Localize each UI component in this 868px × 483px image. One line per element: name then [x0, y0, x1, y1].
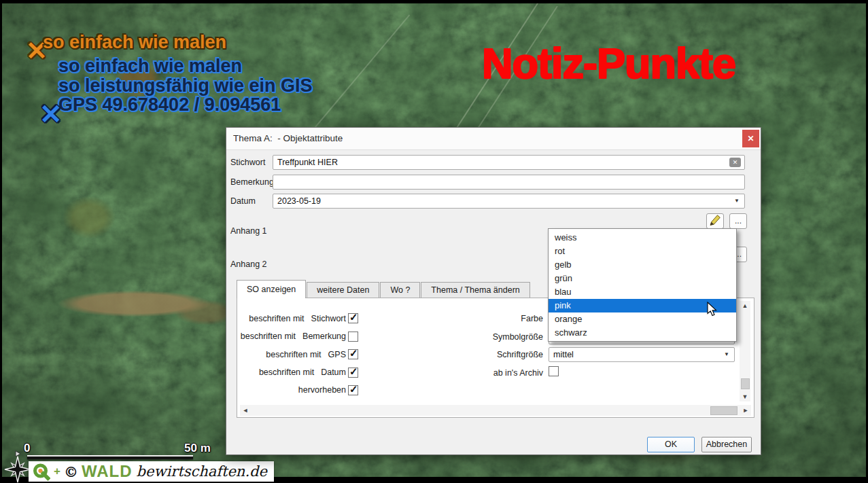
option-weiss[interactable]: weiss	[549, 231, 736, 245]
qgis-logo-icon	[32, 463, 50, 481]
beschriften-gps-checkbox[interactable]: ✓	[348, 349, 358, 359]
archiv-label: ab in's Archiv	[407, 368, 543, 378]
option-schwarz[interactable]: schwarz	[549, 326, 736, 340]
label-name: Bemerkung	[302, 331, 346, 342]
option-blau[interactable]: blau	[549, 285, 736, 299]
check-icon: ✓	[349, 349, 358, 357]
dialog-title: Thema A: - Objektattribute	[233, 128, 343, 149]
farbe-label: Farbe	[407, 313, 543, 324]
edit-attachment-button[interactable]	[706, 213, 724, 229]
option-gruen[interactable]: grün	[549, 272, 736, 285]
brand-name-green: WALD	[82, 462, 133, 481]
check-icon: ✓	[349, 368, 358, 375]
beschriften-bemerkung-label: beschriften mit Bemerkung	[237, 331, 346, 342]
scroll-down-icon[interactable]: ▼	[740, 392, 750, 401]
chevron-down-icon: ▼	[734, 194, 740, 208]
label-name: Datum	[321, 367, 346, 378]
scroll-left-icon[interactable]: ◄	[240, 406, 251, 415]
beschriften-bemerkung-checkbox[interactable]	[348, 332, 358, 342]
close-button[interactable]: ✕	[742, 130, 759, 147]
beschriften-datum-checkbox[interactable]: ✓	[348, 368, 358, 378]
tab-weitere-daten[interactable]: weitere Daten	[307, 282, 379, 298]
label-name: Stichwort	[311, 313, 346, 324]
farbe-dropdown-list: weiss rot gelb grün blau pink orange sch…	[548, 228, 737, 342]
tab-wo[interactable]: Wo ?	[380, 282, 420, 298]
brand-name-black: bewirtschaften.de	[137, 463, 267, 480]
scale-bar	[27, 455, 193, 459]
dialog-titlebar[interactable]: Thema A: - Objektattribute ✕	[226, 128, 761, 150]
orange-note-label: so einfach wie malen	[43, 32, 226, 53]
option-gelb[interactable]: gelb	[549, 258, 736, 272]
bemerkung-label: Bemerkung	[230, 175, 274, 190]
hervorheben-checkbox[interactable]: ✓	[348, 385, 358, 395]
tab-bar: SO anzeigen weitere Daten Wo ? Thema / T…	[237, 280, 531, 298]
label-prefix: beschriften mit	[266, 349, 321, 360]
check-icon: ✓	[349, 313, 358, 321]
mouse-cursor	[707, 302, 718, 317]
copyright-icon: ©	[64, 463, 78, 480]
symbolgroesse-label: Symbolgröße	[407, 332, 543, 342]
blue-note-line2: so leistungsfähig wie ein GIS	[58, 76, 313, 96]
horizontal-scroll-thumb[interactable]	[710, 406, 737, 415]
stichwort-label: Stichwort	[230, 155, 265, 170]
plus-sign: +	[54, 465, 60, 478]
screenshot-root: { "overlay": { "orange_note": { "marker"…	[0, 0, 868, 483]
scroll-right-icon[interactable]: ►	[740, 406, 751, 415]
vertical-scrollbar[interactable]: ▲ ▼	[740, 301, 750, 401]
datum-combobox[interactable]: 2023-05-19 ▼	[273, 194, 745, 209]
beschriften-stichwort-label: beschriften mit Stichwort	[237, 313, 346, 324]
blue-x-marker[interactable]: ✕	[39, 101, 63, 128]
blue-note-line3: GPS 49.678402 / 9.094561	[58, 95, 313, 115]
datum-value: 2023-05-19	[277, 196, 321, 206]
scroll-up-icon[interactable]: ▲	[740, 301, 750, 310]
check-icon: ✓	[349, 385, 358, 393]
beschriften-gps-label: beschriften mit GPS	[237, 349, 346, 360]
pencil-icon	[708, 214, 722, 226]
label-name: hervorheben	[298, 384, 346, 395]
option-rot[interactable]: rot	[549, 245, 736, 258]
vertical-scroll-thumb[interactable]	[741, 378, 750, 389]
label-prefix: beschriften mit	[259, 367, 314, 378]
browse-attachment1-button[interactable]: ...	[729, 213, 747, 229]
archiv-checkbox[interactable]	[549, 366, 559, 376]
label-prefix: beschriften mit	[249, 313, 304, 324]
objektattribute-dialog: Thema A: - Objektattribute ✕ Stichwort ✕…	[226, 127, 761, 455]
stichwort-input[interactable]	[273, 155, 745, 170]
brand-banner[interactable]: + © WALD bewirtschaften.de	[29, 461, 274, 482]
schriftgroesse-label: Schriftgröße	[407, 349, 543, 360]
label-prefix: beschriften mit	[241, 331, 296, 342]
anhang2-label: Anhang 2	[230, 257, 267, 272]
bemerkung-input[interactable]	[273, 175, 745, 190]
tab-thema-aendern[interactable]: Thema / Thema ändern	[421, 282, 530, 298]
tab-so-anzeigen[interactable]: SO anzeigen	[237, 280, 306, 298]
horizontal-scrollbar[interactable]: ◄ ►	[240, 405, 751, 416]
label-name: GPS	[328, 349, 346, 360]
anhang1-label: Anhang 1	[230, 223, 267, 238]
page-title: Notiz-Punkte	[481, 38, 735, 87]
beschriften-stichwort-checkbox[interactable]: ✓	[348, 313, 358, 323]
hervorheben-label: hervorheben	[237, 384, 346, 395]
datum-label: Datum	[230, 194, 256, 209]
ok-button[interactable]: OK	[647, 437, 695, 452]
scale-end-label: 50 m	[184, 442, 211, 455]
beschriften-datum-label: beschriften mit Datum	[237, 367, 346, 378]
chevron-down-icon: ▼	[724, 348, 729, 361]
cancel-button[interactable]: Abbrechen	[701, 437, 752, 452]
schriftgroesse-combobox[interactable]: mittel ▼	[549, 347, 735, 362]
schriftgroesse-value: mittel	[553, 350, 574, 359]
clear-text-icon[interactable]: ✕	[729, 158, 741, 167]
blue-note-line1: so einfach wie malen	[58, 56, 313, 76]
blue-note-label: so einfach wie malen so leistungsfähig w…	[58, 56, 313, 115]
